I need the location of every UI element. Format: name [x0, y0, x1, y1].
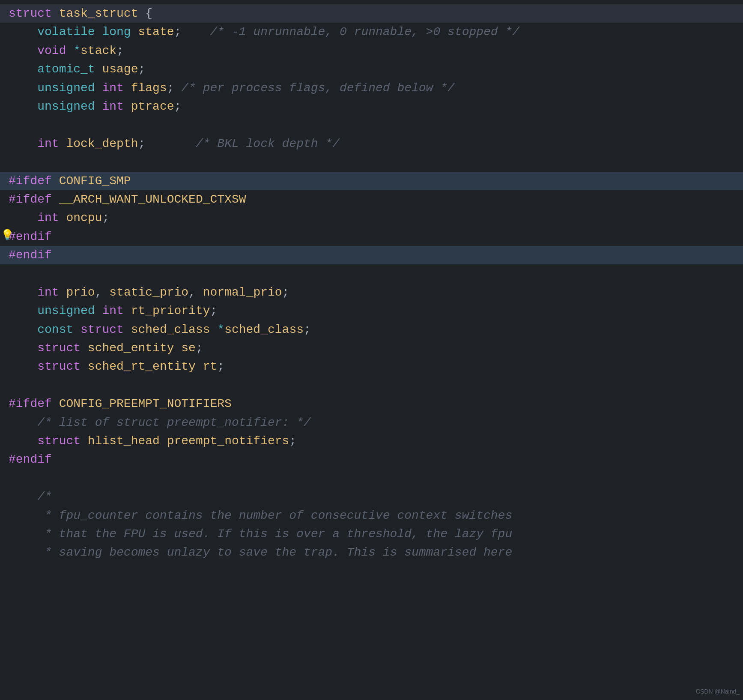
line-24: struct hlist_head preempt_notifiers; [0, 432, 743, 450]
line-7 [0, 116, 743, 134]
line-13: 💡#endif [0, 227, 743, 246]
code-block: struct task_struct { volatile long state… [0, 0, 743, 566]
line-27: /* [0, 488, 743, 506]
line-21 [0, 376, 743, 395]
line-15 [0, 264, 743, 283]
line-6: unsigned int ptrace; [0, 97, 743, 116]
line-28: * fpu_counter contains the number of con… [0, 506, 743, 525]
line-1: struct task_struct { [0, 4, 743, 23]
line-17: unsigned int rt_priority; [0, 302, 743, 320]
line-3: void *stack; [0, 42, 743, 60]
line-2: volatile long state; /* -1 unrunnable, 0… [0, 23, 743, 41]
line-22: #ifdef CONFIG_PREEMPT_NOTIFIERS [0, 395, 743, 413]
lightbulb-icon: 💡 [1, 227, 14, 243]
line-8: int lock_depth; /* BKL lock depth */ [0, 135, 743, 153]
line-20: struct sched_rt_entity rt; [0, 357, 743, 376]
line-25: #endif [0, 450, 743, 469]
line-29: * that the FPU is used. If this is over … [0, 525, 743, 543]
line-14: #endif [0, 246, 743, 264]
line-10: #ifdef CONFIG_SMP [0, 172, 743, 190]
line-19: struct sched_entity se; [0, 339, 743, 357]
watermark: CSDN @Naind_ [696, 687, 740, 697]
line-9 [0, 153, 743, 171]
line-4: atomic_t usage; [0, 60, 743, 78]
line-12: int oncpu; [0, 209, 743, 227]
line-26 [0, 469, 743, 488]
line-11: #ifdef __ARCH_WANT_UNLOCKED_CTXSW [0, 190, 743, 209]
line-30: * saving becomes unlazy to save the trap… [0, 543, 743, 562]
line-5: unsigned int flags; /* per process flags… [0, 79, 743, 97]
line-18: const struct sched_class *sched_class; [0, 320, 743, 339]
line-16: int prio, static_prio, normal_prio; [0, 283, 743, 302]
line-23: /* list of struct preempt_notifier: */ [0, 413, 743, 432]
